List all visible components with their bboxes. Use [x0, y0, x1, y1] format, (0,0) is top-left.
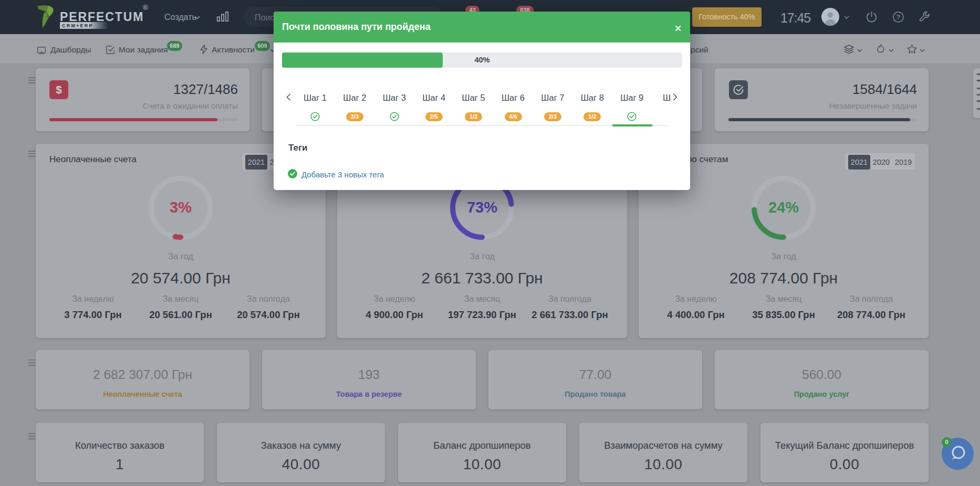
- svg-text:?: ?: [896, 14, 901, 21]
